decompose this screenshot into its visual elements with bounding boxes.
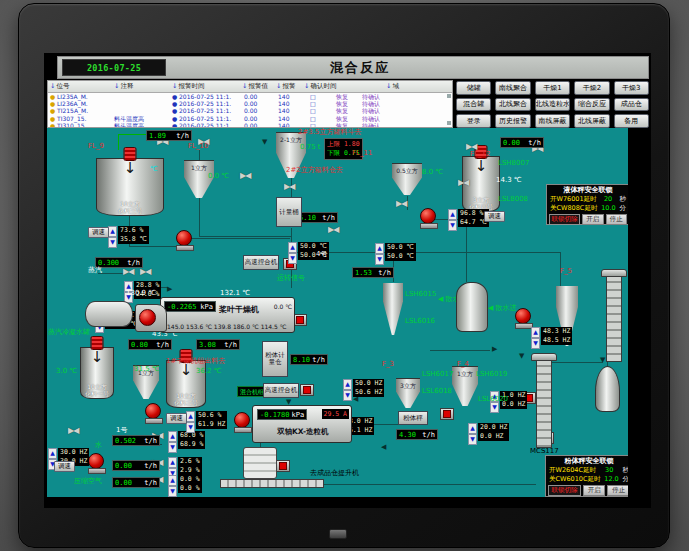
alarm-bell-icon: ● [50, 115, 55, 122]
nav-button-0-3[interactable]: 干燥2 [574, 81, 609, 95]
interlock-cutout-button[interactable]: 联锁切除 [549, 214, 580, 225]
valve-icon: ▶◀ [284, 183, 294, 191]
decrement-button[interactable]: ▼ [108, 237, 117, 248]
updown-readout: ▲▼96.8 %64.7 ℃ [448, 209, 489, 231]
alarm-tag: LI236A_M. [57, 100, 88, 107]
alarm-bell-icon: ● [50, 107, 55, 114]
nav-button-2-4[interactable]: 备用 [614, 114, 649, 128]
interlock-start-button[interactable]: 开启 [582, 214, 603, 225]
alarm-column-header[interactable]: ↓位号 [50, 82, 69, 91]
table-scroll-up[interactable] [447, 94, 451, 98]
increment-button[interactable]: ▲ [375, 243, 384, 254]
decrement-button[interactable]: ▼ [490, 402, 499, 413]
mimic-label: FL_12 [470, 150, 490, 158]
clock-icon: ● [172, 93, 177, 100]
alarm-column-header[interactable]: ↓注释 [114, 82, 133, 91]
decrement-button[interactable]: ▼ [343, 390, 352, 401]
flow-arrow-icon: ▼ [262, 139, 267, 146]
interlock-cutout-button[interactable]: 联锁切除 [548, 485, 581, 496]
decrement-button[interactable]: ▼ [448, 220, 457, 231]
decrement-button[interactable]: ▼ [168, 486, 177, 497]
nav-button-1-3[interactable]: 缩合反应 [574, 98, 609, 112]
increment-button[interactable]: ▲ [168, 431, 177, 442]
monitor-power-button[interactable] [329, 529, 347, 539]
display-unit: t/h [378, 269, 391, 277]
alarm-table[interactable]: ↓位号↓注释↓报警时间↓报警值↓报警↓确认时间↓域●LI235A_M.●2016… [47, 80, 453, 128]
display-value: 0.502 [115, 437, 136, 445]
alarm-column-header[interactable]: ↓报警时间 [172, 82, 204, 91]
speed-control-button[interactable]: 调速 [484, 211, 505, 222]
increment-button[interactable]: ▲ [468, 423, 477, 434]
nav-button-0-4[interactable]: 干燥3 [614, 81, 649, 95]
decrement-button[interactable]: ▼ [168, 442, 177, 453]
increment-button[interactable]: ▲ [288, 242, 297, 253]
readout-top: 0.0 % [178, 475, 202, 484]
display-unit: t/h [528, 139, 541, 147]
alarm-row[interactable]: ●TI307_15.料斗温度高●2016-07-25 11:1.0.00140□… [48, 115, 452, 122]
equipment-box: 高速捏合机 [243, 255, 279, 270]
alarm-row[interactable]: ●LI235A_M.●2016-07-25 11:1.0.00140□恢复待确认 [48, 93, 452, 100]
alarm-column-header[interactable]: ↓域 [386, 82, 399, 91]
pump-icon [515, 308, 531, 329]
nav-button-1-0[interactable]: 混合罐 [456, 98, 491, 112]
ack-checkbox-icon: □ [310, 93, 316, 100]
agitated-tank: ↓10立方化料一号 [80, 347, 114, 399]
table-scroll-down[interactable] [447, 121, 451, 125]
equipment-box: 粉体秤 [398, 411, 428, 425]
nav-button-0-2[interactable]: 干燥1 [535, 81, 570, 95]
pump-icon [88, 453, 104, 474]
mimic-label: 132.1 ℃ [220, 289, 250, 297]
alarm-row[interactable]: ●TI215A_M.●2016-07-25 11:1.0.00140□恢复待确认 [48, 107, 452, 114]
display-value: 3.08 [199, 341, 216, 349]
granulator-amp-display: 29.5 A [322, 409, 349, 419]
nav-button-0-1[interactable]: 南线聚合 [495, 81, 530, 95]
alarm-row[interactable]: ●LI236A_M.●2016-07-25 11:1.0.00140□恢复待确认 [48, 100, 452, 107]
decrement-button[interactable]: ▼ [468, 434, 477, 445]
increment-button[interactable]: ▲ [168, 475, 177, 486]
decrement-button[interactable]: ▼ [375, 254, 384, 265]
increment-button[interactable]: ▲ [531, 327, 540, 338]
decrement-button[interactable]: ▼ [531, 338, 540, 349]
readout-bottom: 2.9 % [178, 466, 202, 475]
mimic-label: FL_11 [352, 149, 372, 157]
interlock-start-button[interactable]: 开启 [583, 485, 606, 496]
increment-button[interactable]: ▲ [168, 457, 177, 468]
alarm-column-header[interactable]: ↓报警值 [242, 82, 268, 91]
nav-button-2-3[interactable]: 北线屏蔽 [574, 114, 609, 128]
mimic-label: 水 [95, 441, 102, 449]
speed-control-button[interactable]: 调速 [88, 227, 109, 238]
updown-readout: ▲▼20.0 HZ0.0 HZ [468, 423, 509, 445]
decrement-button[interactable]: ▼ [288, 253, 297, 264]
decrement-button[interactable]: ▼ [186, 422, 195, 433]
display-value: 4.30 [399, 431, 416, 439]
mimic-label: 0.0 ℃ [208, 172, 229, 180]
pipe-segment [190, 238, 290, 239]
increment-button[interactable]: ▲ [48, 448, 57, 459]
nav-button-1-1[interactable]: 北线聚合 [495, 98, 530, 112]
display-unit: t/h [322, 214, 335, 222]
nav-button-1-2[interactable]: 北线造粒水 [535, 98, 570, 112]
interlock-stop-button[interactable]: 停止 [607, 485, 628, 496]
alarm-column-header[interactable]: ↓确认时间 [304, 82, 336, 91]
display-value: 8.10 [293, 356, 310, 364]
increment-button[interactable]: ▲ [343, 379, 352, 390]
granulator-label: 双轴KX-造粒机 [277, 428, 329, 436]
increment-button[interactable]: ▲ [108, 226, 117, 237]
increment-button[interactable]: ▲ [448, 209, 457, 220]
process-mimic: ▶▶▼▼◀◀▼▼↓10立方化料三号↓3立方化料四号↓10立方化料一号↓10立方化… [47, 128, 628, 497]
nav-button-1-4[interactable]: 成品仓 [614, 98, 649, 112]
increment-button[interactable]: ▲ [186, 411, 195, 422]
display-value: 0.00 [503, 139, 520, 147]
condensate-tank [85, 301, 133, 327]
interlock-stop-button[interactable]: 停止 [606, 214, 627, 225]
alarm-column-header[interactable]: ↓报警 [276, 82, 295, 91]
nav-button-2-1[interactable]: 历史报警 [495, 114, 530, 128]
nav-button-0-0[interactable]: 储罐 [456, 81, 491, 95]
nav-button-2-0[interactable]: 登录 [456, 114, 491, 128]
mimic-label: LSL6016 [405, 317, 435, 325]
pump-base [420, 223, 438, 229]
speed-control-button[interactable]: 调速 [166, 413, 187, 424]
speed-control-button[interactable]: 调速 [54, 461, 75, 472]
tank-label: 10立方化料二号 [167, 392, 205, 406]
nav-button-2-2[interactable]: 南线屏蔽 [535, 114, 570, 128]
